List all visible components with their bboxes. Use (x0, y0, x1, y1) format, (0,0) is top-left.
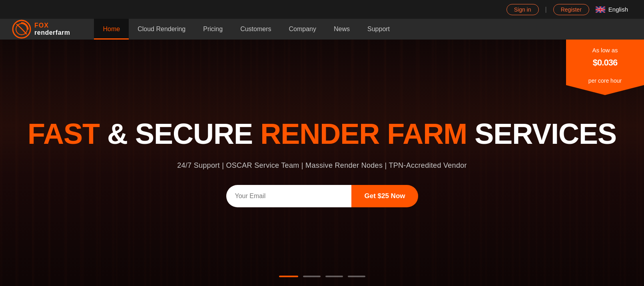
price-badge-dollar: $ (593, 58, 597, 68)
logo[interactable]: FOX renderfarm (12, 20, 70, 39)
hero-content: FAST & SECURE RENDER FARM SERVICES 24/7 … (28, 118, 616, 207)
logo-renderfarm: renderfarm (34, 29, 70, 36)
hero-subtitle: 24/7 Support | OSCAR Service Team | Mass… (177, 161, 467, 170)
slider-dot-2[interactable] (303, 276, 321, 277)
price-badge-amount: $0.036 (574, 55, 636, 76)
nav-item-customers[interactable]: Customers (231, 19, 280, 40)
logo-text: FOX renderfarm (34, 22, 70, 36)
nav-item-news[interactable]: News (325, 19, 359, 40)
top-bar: Sign in | Register English (0, 0, 644, 19)
divider: | (545, 6, 547, 13)
hero-headline: FAST & SECURE RENDER FARM SERVICES (28, 118, 616, 150)
price-badge: As low as $0.036 per core hour (566, 40, 644, 95)
slider-dot-1[interactable] (279, 276, 298, 277)
nav-item-cloud-rendering[interactable]: Cloud Rendering (129, 19, 194, 40)
nav-item-home[interactable]: Home (94, 19, 129, 40)
signin-button[interactable]: Sign in (506, 4, 539, 15)
language-selector[interactable]: English (596, 6, 628, 13)
navbar: FOX renderfarm Home Cloud Rendering Pric… (0, 19, 644, 40)
slider-dots (279, 276, 365, 277)
logo-icon (12, 20, 31, 39)
language-label: English (608, 6, 628, 13)
nav-item-support[interactable]: Support (359, 19, 399, 40)
headline-secure: SECURE (135, 118, 253, 150)
hero-section: As low as $0.036 per core hour FAST & SE… (0, 40, 644, 286)
logo-fox: FOX (34, 22, 70, 29)
headline-services: SERVICES (475, 118, 616, 150)
price-badge-unit: per core hour (574, 77, 636, 84)
headline-render: RENDER FARM (260, 118, 475, 150)
email-form: Get $25 Now (226, 185, 418, 207)
headline-fast: FAST (28, 118, 100, 150)
flag-icon (596, 6, 605, 13)
nav-item-company[interactable]: Company (280, 19, 325, 40)
nav-item-pricing[interactable]: Pricing (194, 19, 231, 40)
slider-dot-4[interactable] (348, 276, 365, 277)
price-badge-as-low: As low as (574, 47, 636, 54)
cta-button[interactable]: Get $25 Now (351, 185, 418, 207)
register-button[interactable]: Register (553, 4, 589, 15)
slider-dot-3[interactable] (325, 276, 343, 277)
nav-items: Home Cloud Rendering Pricing Customers C… (94, 19, 632, 40)
headline-amp: & (107, 118, 135, 150)
email-input[interactable] (226, 185, 352, 207)
